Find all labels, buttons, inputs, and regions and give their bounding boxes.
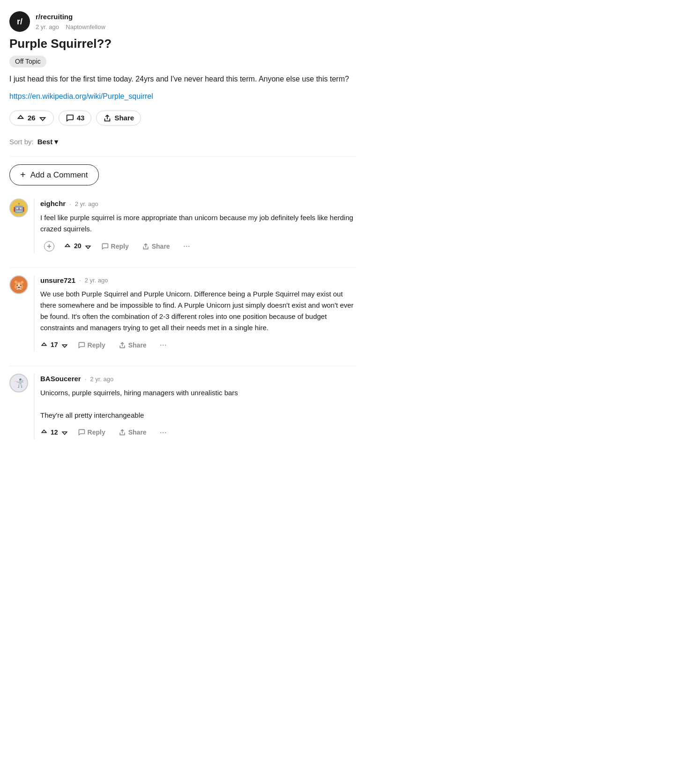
- downvote-icon: [61, 341, 68, 349]
- chevron-down-icon: ▾: [54, 137, 58, 148]
- comment-vote[interactable]: 20: [64, 241, 92, 251]
- sort-value: Best: [37, 137, 53, 148]
- comment-time: 2 yr. ago: [90, 375, 113, 384]
- comments-section: 🤖 eighchr · 2 yr. ago I feel like purple…: [9, 199, 356, 444]
- share-label: Share: [114, 114, 134, 122]
- post-time: 2 yr. ago: [36, 23, 59, 30]
- post-body: I just head this for the first time toda…: [9, 73, 356, 85]
- upvote-icon: [40, 341, 48, 349]
- reply-icon: [101, 243, 109, 250]
- add-comment-button[interactable]: + Add a Comment: [9, 164, 99, 185]
- comment-button[interactable]: 43: [59, 111, 92, 126]
- action-bar: 26 43 Share: [9, 111, 356, 126]
- plus-icon: +: [20, 170, 26, 180]
- sort-label: Sort by:: [9, 137, 34, 148]
- reply-label: Reply: [88, 428, 105, 436]
- sort-select[interactable]: Best ▾: [37, 137, 59, 148]
- upvote-icon: [40, 428, 48, 436]
- vote-count: 20: [74, 241, 82, 251]
- comment-vote[interactable]: 12: [40, 428, 68, 437]
- comment-share-button[interactable]: Share: [115, 340, 150, 351]
- post-title: Purple Squirrel??: [9, 37, 356, 51]
- share-label: Share: [128, 341, 147, 349]
- add-icon: +: [44, 241, 54, 251]
- avatar: 🤖: [9, 199, 28, 217]
- ellipsis-icon: ···: [183, 241, 190, 251]
- divider: [9, 366, 356, 366]
- share-icon: [119, 428, 126, 436]
- comment-share-button[interactable]: Share: [138, 241, 174, 252]
- post-author: Naptownfellow: [66, 23, 105, 30]
- comment-share-button[interactable]: Share: [115, 427, 150, 438]
- post-link[interactable]: https://en.wikipedia.org/wiki/Purple_squ…: [9, 91, 356, 102]
- comment-header: unsure721 · 2 yr. ago: [40, 275, 356, 286]
- more-options-button[interactable]: ···: [156, 338, 171, 352]
- comment-actions: 17 Reply Share: [40, 338, 356, 352]
- upvote-icon: [64, 243, 71, 250]
- comment-body: We use both Purple Squirrel and Purple U…: [40, 288, 356, 333]
- ellipsis-icon: ···: [160, 428, 167, 437]
- reply-label: Reply: [88, 341, 105, 349]
- downvote-icon: [38, 114, 47, 122]
- comment-body: Unicorns, purple squirrels, hiring manag…: [40, 387, 356, 421]
- table-row: 🤖 eighchr · 2 yr. ago I feel like purple…: [9, 199, 356, 258]
- reply-button[interactable]: Reply: [74, 340, 109, 351]
- upvote-icon: [16, 114, 25, 122]
- add-comment-label: Add a Comment: [30, 170, 88, 180]
- reply-button[interactable]: Reply: [74, 427, 109, 438]
- comment-content: eighchr · 2 yr. ago I feel like purple s…: [34, 199, 356, 253]
- comment-header: BASoucerer · 2 yr. ago: [40, 374, 356, 384]
- share-button[interactable]: Share: [96, 111, 141, 126]
- downvote-icon: [84, 243, 92, 250]
- reply-label: Reply: [111, 243, 129, 250]
- reply-button[interactable]: Reply: [97, 241, 133, 252]
- share-icon: [103, 114, 112, 122]
- upvote-button[interactable]: 26: [9, 111, 54, 126]
- comment-time: 2 yr. ago: [85, 276, 108, 285]
- reply-icon: [78, 428, 85, 436]
- table-row: 🤺 BASoucerer · 2 yr. ago Unicorns, purpl…: [9, 374, 356, 444]
- table-row: 🐹 unsure721 · 2 yr. ago We use both Purp…: [9, 275, 356, 357]
- downvote-icon: [61, 428, 68, 436]
- vote-count: 17: [51, 340, 58, 350]
- comment-author[interactable]: eighchr: [40, 199, 66, 209]
- comment-vote[interactable]: 17: [40, 340, 68, 350]
- sort-bar: Sort by: Best ▾: [9, 137, 356, 148]
- more-options-button[interactable]: ···: [156, 426, 171, 439]
- post-meta-line: 2 yr. ago Naptownfellow: [36, 22, 105, 32]
- vote-count: 12: [51, 428, 58, 437]
- reply-icon: [78, 341, 85, 349]
- comment-actions: + 20 Reply: [40, 239, 356, 253]
- comment-author[interactable]: unsure721: [40, 275, 75, 286]
- avatar: 🐹: [9, 275, 28, 294]
- share-label: Share: [128, 428, 147, 436]
- divider: [9, 267, 356, 268]
- vote-count: 26: [28, 114, 36, 122]
- divider: [9, 156, 356, 157]
- subreddit-avatar: r/: [9, 11, 30, 32]
- comment-count: 43: [77, 114, 85, 122]
- ellipsis-icon: ···: [160, 340, 167, 349]
- subreddit-name[interactable]: r/recruiting: [36, 12, 105, 22]
- share-icon: [142, 243, 149, 250]
- comment-content: unsure721 · 2 yr. ago We use both Purple…: [34, 275, 356, 352]
- comment-body: I feel like purple squirrel is more appr…: [40, 212, 356, 235]
- share-label: Share: [152, 243, 170, 250]
- post-tag[interactable]: Off Topic: [9, 56, 46, 67]
- comment-time: 2 yr. ago: [75, 199, 98, 209]
- comment-author[interactable]: BASoucerer: [40, 374, 81, 384]
- add-reaction-button[interactable]: +: [40, 239, 58, 253]
- more-options-button[interactable]: ···: [179, 239, 194, 253]
- comment-header: eighchr · 2 yr. ago: [40, 199, 356, 209]
- comment-actions: 12 Reply Share: [40, 426, 356, 439]
- share-icon: [119, 341, 126, 349]
- avatar: 🤺: [9, 374, 28, 392]
- post-header: r/ r/recruiting 2 yr. ago Naptownfellow: [9, 11, 356, 32]
- comment-content: BASoucerer · 2 yr. ago Unicorns, purple …: [34, 374, 356, 439]
- post-meta: r/recruiting 2 yr. ago Naptownfellow: [36, 12, 105, 31]
- comment-icon: [66, 114, 74, 122]
